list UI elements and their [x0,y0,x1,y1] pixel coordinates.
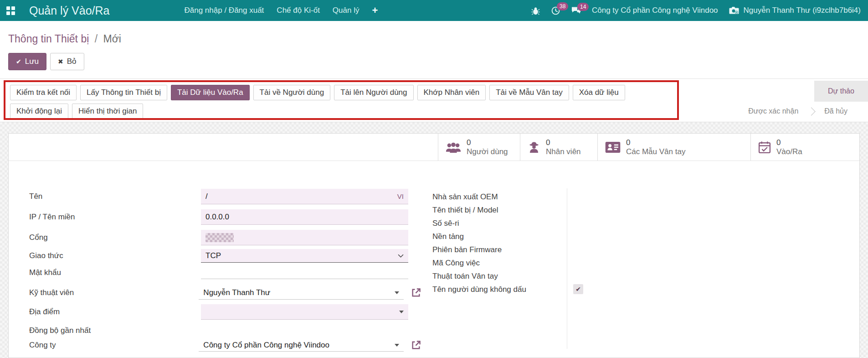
grid-icon [6,6,15,15]
messages-chat-icon[interactable]: 14 [571,6,581,15]
device-actions-row-2: Khởi động lại Hiển thị thời gian [10,104,661,119]
work-code-label: Mã Công việc [432,256,569,270]
stat-value: 0 [467,138,508,147]
employee-icon [528,141,540,154]
form-sheet: 0 Người dùng 0 Nhân viên 0 Các Mẫu [8,133,860,358]
company-label: Công ty [29,341,199,350]
breadcrumb-current: Mới [103,33,121,45]
firmware-label: Phiên bản Firmware [432,243,569,256]
form-actions: ✔ Lưu ✖ Bỏ [8,53,868,70]
match-employees-button[interactable]: Khớp Nhân viên [417,85,486,100]
clear-data-button[interactable]: Xóa dữ liệu [573,85,625,100]
field-row-technician: Kỹ thuật viên Nguyễn Thanh Thư [29,286,421,300]
location-label: Địa điểm [29,307,201,316]
field-row-password: Mật khẩu [29,266,421,279]
save-button[interactable]: ✔ Lưu [8,53,46,70]
menu-che-do-ki-ot[interactable]: Chế độ Ki-ốt [270,0,326,21]
menu-plus-button[interactable]: + [365,0,384,21]
status-draft[interactable]: Dự thảo [814,81,868,102]
port-label: Cổng [29,233,201,242]
debug-bug-icon[interactable] [531,6,540,15]
name-input[interactable]: / VI [201,189,408,204]
breadcrumb-parent[interactable]: Thông tin Thiết bị [8,33,89,45]
stat-fingerprints-button[interactable]: 0 Các Mẫu Vân tay [597,134,750,161]
field-row-protocol: Giao thức TCP [29,249,421,263]
translation-badge[interactable]: VI [397,192,404,200]
unaccented-username-label: Tên người dùng không dấu [432,283,569,296]
field-row-name: Tên / VI [29,189,421,204]
caret-down-icon [399,311,404,313]
field-row-company: Công ty Công ty Cổ phần Công nghệ Viindo… [29,339,421,352]
password-label: Mật khẩu [29,268,201,277]
upload-users-button[interactable]: Tải lên Người dùng [334,85,413,100]
protocol-label: Giao thức [29,251,201,260]
download-users-button[interactable]: Tải về Người dùng [253,85,331,100]
port-value-redacted [205,233,234,242]
restart-button[interactable]: Khởi động lại [10,104,68,119]
chevron-right-icon [807,107,816,115]
technician-external-link-icon[interactable] [411,288,421,298]
stat-label: Vào/Ra [776,147,802,156]
status-confirmed[interactable]: Được xác nhận [748,107,798,115]
chevron-down-icon [398,254,404,258]
model-label: Tên thiết bị / Model [432,203,569,217]
caret-down-icon [395,291,399,294]
get-device-info-button[interactable]: Lấy Thông tin Thiết bị [80,85,167,100]
technician-label: Kỹ thuật viên [29,288,199,297]
download-fingerprints-button[interactable]: Tải về Mẫu Vân tay [489,85,569,100]
breadcrumb: Thông tin Thiết bị / Mới [0,21,868,46]
stat-label: Các Mẫu Vân tay [626,147,685,156]
location-input[interactable] [201,304,408,320]
app-title[interactable]: Quản lý Vào/Ra [29,4,110,17]
device-actions-row-1: Kiểm tra kết nối Lấy Thông tin Thiết bị … [10,85,661,100]
show-time-button[interactable]: Hiển thị thời gian [72,104,143,119]
company-external-link-icon[interactable] [411,340,421,350]
ip-input[interactable]: 0.0.0.0 [201,209,408,225]
check-icon: ✔ [16,58,21,65]
check-connection-button[interactable]: Kiểm tra kết nối [10,85,77,100]
field-row-location: Địa điểm [29,304,421,320]
stat-attendance-button[interactable]: 0 Vào/Ra [750,134,859,161]
stat-value: 0 [776,138,802,147]
stat-users-button[interactable]: 0 Người dùng [438,134,520,161]
stat-employees-button[interactable]: 0 Nhân viên [520,134,597,161]
form-right-column: Nhà sản xuất OEM Tên thiết bị / Model Số… [432,190,569,296]
stat-value: 0 [546,138,581,147]
password-input[interactable] [201,266,408,279]
fingerprint-card-icon [605,141,621,153]
avatar-camera-icon [729,6,739,15]
menu-quan-ly[interactable]: Quản lý [326,0,366,21]
protocol-select[interactable]: TCP [201,249,408,263]
company-switcher[interactable]: Công ty Cổ phần Công nghệ Viindoo [592,6,718,15]
message-count-badge: 14 [577,3,589,11]
statusbar: Kiểm tra kết nối Lấy Thông tin Thiết bị … [0,78,868,122]
platform-label: Nền tảng [432,230,569,243]
breadcrumb-separator: / [92,33,100,45]
status-cancelled[interactable]: Đã hủy [824,107,847,115]
field-row-port: Cổng [29,230,421,245]
user-menu[interactable]: Nguyễn Thanh Thư (i9zclhb7b6i4) [729,6,861,15]
download-attendance-button[interactable]: Tải Dữ liệu Vào/Ra [171,85,250,100]
ip-label: IP / Tên miền [29,213,201,222]
main-content: 0 Người dùng 0 Nhân viên 0 Các Mẫu [0,122,868,358]
stat-value: 0 [626,138,685,147]
serial-label: Số sê-ri [432,217,569,230]
company-input[interactable]: Công ty Cổ phần Công nghệ Viindoo [199,339,404,352]
activity-clock-icon[interactable]: 38 [551,6,560,16]
discard-button[interactable]: ✖ Bỏ [50,53,84,70]
name-label: Tên [29,192,201,201]
port-input[interactable] [201,230,408,245]
stat-button-row: 0 Người dùng 0 Nhân viên 0 Các Mẫu [438,134,859,161]
form-left-column: Tên / VI IP / Tên miền 0.0.0.0 Cổng Gia [29,189,421,352]
unaccented-username-checkbox[interactable]: ✔ [573,284,583,294]
apps-menu-icon[interactable] [0,0,21,21]
technician-input[interactable]: Nguyễn Thanh Thư [199,286,404,300]
last-sync-label: Đồng bộ gần nhất [29,326,201,335]
field-row-last-sync: Đồng bộ gần nhất [29,325,421,336]
menu-dang-nhap-dang-xuat[interactable]: Đăng nhập / Đăng xuất [178,0,271,21]
fingerprint-algorithm-label: Thuật toán Vân tay [432,270,569,283]
check-icon: ✔ [575,285,581,293]
stat-label: Nhân viên [546,147,581,156]
calendar-check-icon [758,141,771,154]
stat-label: Người dùng [467,147,508,156]
